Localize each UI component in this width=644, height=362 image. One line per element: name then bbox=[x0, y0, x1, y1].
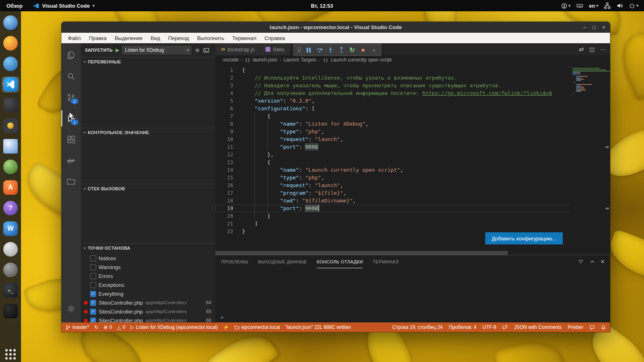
debug-console-prompt[interactable]: > bbox=[221, 314, 224, 320]
breadcrumb-item[interactable]: Launch Targets bbox=[284, 57, 317, 63]
settings-gear-icon[interactable] bbox=[61, 301, 81, 317]
breadcrumb-item[interactable]: Launch currently open script bbox=[330, 57, 391, 63]
menu-item[interactable]: Вид bbox=[147, 33, 164, 43]
remote-explorer-icon[interactable] bbox=[61, 173, 81, 189]
step-into-icon[interactable] bbox=[325, 44, 336, 56]
window-titlebar[interactable]: launch.json - wpconnector.local - Visual… bbox=[61, 22, 610, 33]
menu-item[interactable]: Файл bbox=[64, 33, 85, 43]
breakpoint-checkbox[interactable] bbox=[90, 273, 96, 279]
status-item[interactable]: "launch.json" 22L 688C written bbox=[285, 324, 351, 330]
status-item[interactable]: Prettier bbox=[568, 324, 583, 330]
breakpoint-checkbox[interactable]: ✓ bbox=[90, 309, 96, 315]
restart-icon[interactable]: ↻ bbox=[347, 44, 358, 56]
start-debugging-button[interactable]: ▶ bbox=[116, 47, 119, 53]
dock-icon-thunderbird[interactable] bbox=[2, 56, 19, 72]
section-watch[interactable]: › КОНТРОЛЬНОЕ ЗНАЧЕНИЕ bbox=[81, 128, 215, 137]
code-line[interactable]: 14 "name": "Launch currently open script… bbox=[215, 166, 572, 174]
docker-icon[interactable] bbox=[61, 152, 81, 168]
code-line[interactable]: 6 "configurations": [ bbox=[215, 105, 572, 112]
breakpoint-row[interactable]: Notices bbox=[81, 254, 215, 263]
code-line[interactable]: 19 "port": 9008 bbox=[215, 204, 572, 212]
status-item[interactable]: ⊗0 bbox=[103, 324, 112, 330]
stop-icon[interactable]: ■ bbox=[358, 44, 368, 56]
status-item[interactable]: ▷Listen for XDebug (wpconnector.local) bbox=[130, 324, 218, 330]
panel-tab[interactable]: КОНСОЛЬ ОТЛАДКИ bbox=[317, 255, 363, 268]
code-line[interactable]: 9 "type": "php", bbox=[215, 128, 572, 135]
horizontal-scrollbar[interactable] bbox=[215, 251, 572, 255]
show-applications-icon[interactable] bbox=[5, 349, 16, 360]
panel-tab[interactable]: ТЕРМИНАЛ bbox=[373, 255, 398, 268]
dock-icon-screenshot-tool[interactable] bbox=[2, 303, 19, 319]
dock-icon-help[interactable]: ? bbox=[2, 200, 19, 216]
dock-icon-terminal[interactable]: >_ bbox=[2, 282, 19, 299]
breakpoint-checkbox[interactable]: ✓ bbox=[90, 291, 96, 297]
dock-icon-browser-sphere[interactable] bbox=[2, 15, 19, 31]
breakpoint-row[interactable]: Warnings bbox=[81, 263, 215, 272]
dock-icon-wiki-app[interactable]: W bbox=[2, 221, 19, 237]
panel-tab[interactable]: ПРОБЛЕМЫ bbox=[221, 255, 248, 268]
network-icon[interactable] bbox=[604, 2, 610, 9]
code-line[interactable]: 16 "request": "launch", bbox=[215, 181, 572, 189]
code-viewport[interactable]: 1{2 // Используйте IntelliSense, чтобы у… bbox=[215, 64, 610, 255]
code-line[interactable]: 11 "port": 9008 bbox=[215, 143, 572, 151]
code-line[interactable]: 4 // Для получения дополнительной информ… bbox=[215, 89, 572, 97]
dock-icon-remmina[interactable] bbox=[2, 97, 19, 113]
breakpoint-checkbox[interactable] bbox=[90, 282, 96, 288]
breakpoint-checkbox[interactable]: ✓ bbox=[90, 300, 96, 306]
breakpoint-checkbox[interactable] bbox=[90, 255, 96, 261]
breakpoint-row[interactable]: ✓SitesController.phpapp/Http/Controllers… bbox=[81, 316, 215, 322]
dock-icon-contacts[interactable] bbox=[2, 241, 19, 257]
breakpoint-row[interactable]: ✓Everything bbox=[81, 289, 215, 298]
dock-icon-shotwell[interactable] bbox=[2, 118, 19, 134]
breakpoint-checkbox[interactable]: ✓ bbox=[90, 318, 96, 323]
step-over-icon[interactable] bbox=[314, 44, 325, 56]
extensions-icon[interactable] bbox=[61, 131, 81, 147]
menu-item[interactable]: Выделение bbox=[111, 33, 147, 43]
scrollbar-thumb[interactable] bbox=[215, 251, 508, 255]
status-item[interactable]: △0 bbox=[117, 324, 125, 330]
minimize-button[interactable]: – bbox=[583, 24, 586, 30]
power-icon[interactable]: ▾ bbox=[629, 3, 638, 9]
status-item[interactable] bbox=[589, 325, 595, 330]
panel-tab[interactable]: ВЫХОДНЫЕ ДАННЫЕ bbox=[258, 255, 307, 268]
code-line[interactable]: 1{ bbox=[215, 66, 572, 74]
dock-icon-vscode[interactable] bbox=[2, 76, 19, 93]
menu-item[interactable]: Выполнить bbox=[193, 33, 228, 43]
breadcrumb-item[interactable]: launch.json bbox=[253, 57, 277, 63]
debug-settings-gear-icon[interactable] bbox=[194, 47, 200, 53]
keyboard-icon[interactable] bbox=[577, 2, 583, 9]
clock[interactable]: Вт, 12:53 bbox=[311, 3, 333, 9]
code-line[interactable]: 12 }, bbox=[215, 151, 572, 158]
language-indicator[interactable]: en ▾ bbox=[589, 3, 598, 9]
code-line[interactable]: 18 "cwd": "${fileDirname}", bbox=[215, 197, 572, 204]
status-item[interactable]: wpconnector.local bbox=[234, 324, 280, 330]
dock-icon-firefox[interactable] bbox=[2, 35, 19, 51]
drag-handle[interactable] bbox=[297, 47, 301, 53]
status-item[interactable]: master* bbox=[65, 324, 89, 330]
section-breakpoints[interactable]: › ТОЧКИ ОСТАНОВА bbox=[81, 243, 215, 253]
status-item[interactable]: Пробелов: 4 bbox=[449, 324, 477, 330]
code-line[interactable]: 5 "version": "0.2.0", bbox=[215, 97, 572, 105]
code-line[interactable]: 17 "program": "${file}", bbox=[215, 189, 572, 197]
status-item[interactable]: ⚡ bbox=[223, 325, 229, 330]
debug-console-output[interactable] bbox=[215, 268, 610, 322]
status-item[interactable] bbox=[601, 325, 606, 330]
debug-config-dropdown[interactable]: Listen for XDebug ▾ bbox=[122, 46, 192, 55]
collapse-toolbar-icon[interactable]: ‹ bbox=[368, 44, 379, 56]
status-item[interactable]: UTF-8 bbox=[482, 324, 496, 330]
status-item[interactable]: ↻ bbox=[94, 325, 98, 330]
step-out-icon[interactable] bbox=[336, 44, 347, 56]
breakpoint-row[interactable]: ✓SitesController.phpapp/Http/Controllers… bbox=[81, 307, 215, 316]
breakpoint-row[interactable]: ✓SitesController.phpapp/Http/Controllers… bbox=[81, 298, 215, 307]
section-variables[interactable]: › ПЕРЕМЕННЫЕ bbox=[81, 57, 215, 66]
code-line[interactable]: 10 "request": "launch", bbox=[215, 135, 572, 143]
code-line[interactable]: 13 { bbox=[215, 158, 572, 166]
chevron-up-icon[interactable] bbox=[589, 259, 595, 265]
menu-item[interactable]: Терминал bbox=[228, 33, 261, 43]
search-icon[interactable] bbox=[61, 68, 81, 84]
editor-tab[interactable]: JSbootstrap.js bbox=[215, 43, 260, 55]
pause-button[interactable] bbox=[303, 44, 314, 56]
dock-icon-web-app[interactable] bbox=[2, 159, 19, 175]
code-line[interactable]: 20 } bbox=[215, 212, 572, 220]
activities-button[interactable]: Обзор bbox=[0, 0, 29, 11]
